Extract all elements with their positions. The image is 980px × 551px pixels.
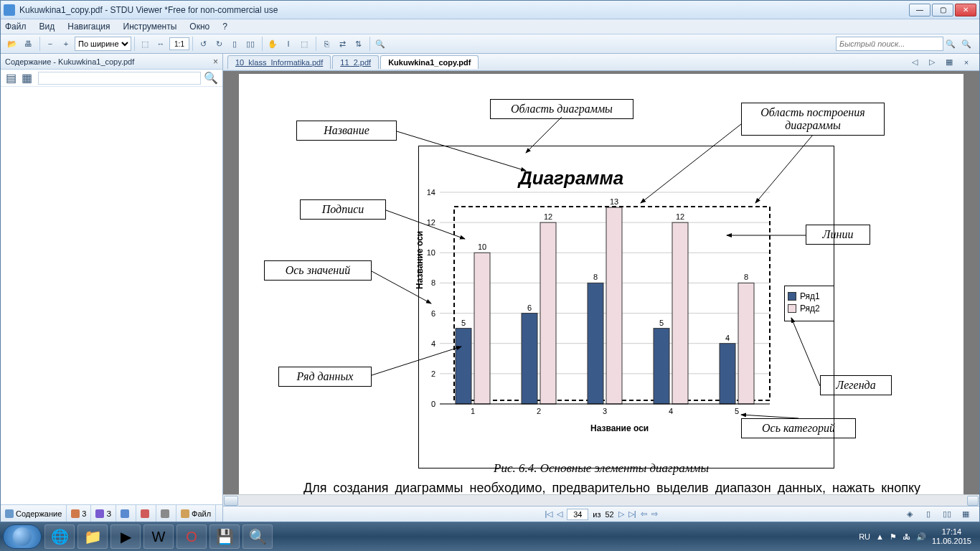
svg-text:2: 2 [537,407,541,415]
taskbar-save-icon[interactable]: 💾 [209,524,240,549]
prev-page-icon[interactable]: ◁ [557,509,562,519]
two-page-icon[interactable]: ▯▯ [243,37,258,51]
taskbar-stdu-icon[interactable]: 🔍 [242,524,273,549]
status-view-icon[interactable]: ◈ [903,507,917,522]
sidebar-title: Содержание - Kukuwkina1_copy.pdf [5,57,134,66]
tab-doc3[interactable]: Kukuwkina1_copy.pdf [380,55,479,69]
sidebar-tab-contents[interactable]: Содержание [1,505,67,522]
taskbar-word-icon[interactable]: W [143,524,174,549]
status-single-icon[interactable]: ▯ [921,507,936,522]
callout-title: Название [296,121,397,141]
menu-help[interactable]: ? [222,22,227,32]
taskbar-ie-icon[interactable]: 🌐 [44,524,75,549]
search-input[interactable] [836,37,943,51]
h-scrollbar[interactable] [223,494,979,506]
zoom-in-icon[interactable]: + [59,37,73,51]
svg-text:0: 0 [431,400,435,408]
zoom-out-icon[interactable]: − [43,37,57,51]
next-page-icon[interactable]: ▷ [618,509,624,519]
mirror-h-icon[interactable]: ⇄ [335,37,349,51]
history-back-icon[interactable]: ⇦ [641,509,647,519]
svg-text:6: 6 [431,309,435,318]
status-cont-icon[interactable]: ▯▯ [940,507,954,522]
page-ratio-input[interactable] [169,37,189,50]
mirror-v-icon[interactable]: ⇅ [351,37,365,51]
menu-file[interactable]: Файл [5,22,27,32]
fit-width-icon[interactable]: ↔ [154,37,168,51]
rotate-cw-icon[interactable]: ↻ [212,37,226,51]
svg-text:4: 4 [725,334,730,342]
menu-window[interactable]: Окно [189,22,209,32]
menu-tools[interactable]: Инструменты [123,22,177,32]
app-icon [4,4,15,16]
menu-view[interactable]: Вид [39,22,55,32]
fit-page-icon[interactable]: ⬚ [138,37,152,51]
tray-volume-icon[interactable]: 🔊 [916,532,926,542]
tabs-close-icon[interactable]: × [959,55,974,70]
page-input[interactable] [567,509,588,520]
svg-text:8: 8 [593,273,598,281]
taskbar-explorer-icon[interactable]: 📁 [77,524,108,549]
sidebar-close-icon[interactable]: × [213,57,218,67]
svg-rect-32 [654,329,669,404]
sidebar-find-icon[interactable]: 🔍 [204,71,218,85]
taskbar-media-icon[interactable]: ▶ [110,524,141,549]
chart-title: Диаграмма [519,167,623,189]
first-page-icon[interactable]: |◁ [545,509,552,519]
status-grid-icon[interactable]: ▦ [958,507,973,522]
tabs-prev-icon[interactable]: ◁ [908,55,922,70]
snapshot-icon[interactable]: ⬚ [297,37,311,51]
minimize-button[interactable]: — [909,4,930,17]
sidebar-tab-thumbnails[interactable]: 3 [67,505,91,522]
taskbar-opera-icon[interactable]: O [176,524,207,549]
taskbar: 🌐 📁 ▶ W O 💾 🔍 RU ▲ ⚑ 🖧 🔊 17:1411.06.2015 [0,522,980,551]
tray-clock[interactable]: 17:1411.06.2015 [932,527,971,546]
svg-rect-19 [474,253,490,404]
callout-area: Область диаграммы [490,99,633,119]
select-text-icon[interactable]: I [281,37,296,51]
tab-doc2[interactable]: 11_2.pdf [332,55,379,69]
window-title: Kukuwkina1_copy.pdf - STDU Viewer *Free … [19,5,908,15]
sidebar-tab-annot[interactable] [136,505,156,522]
hand-icon[interactable]: ✋ [265,37,280,51]
svg-rect-27 [588,283,603,404]
last-page-icon[interactable]: ▷| [628,509,636,519]
sidebar-tab-file[interactable]: Файл [176,505,216,522]
rotate-ccw-icon[interactable]: ↺ [196,37,210,51]
tray-flag-icon[interactable]: ⚑ [890,532,897,542]
history-fwd-icon[interactable]: ⇨ [651,509,658,519]
file-icon [181,509,189,518]
sidebar-expand-icon[interactable]: ▤ [4,71,18,85]
tab-doc1[interactable]: 10_klass_Informatika.pdf [227,55,331,69]
bookmark-icon [95,509,104,518]
sidebar-search-input[interactable] [38,72,201,85]
maximize-button[interactable]: ▢ [932,4,953,17]
menubar: Файл Вид Навигация Инструменты Окно ? [1,19,979,34]
zoom-select[interactable]: По ширине [75,37,131,51]
tabs-next-icon[interactable]: ▷ [925,55,939,70]
search-icon[interactable]: 🔍 [373,37,387,51]
sidebar-collapse-icon[interactable]: ▦ [19,71,34,85]
close-button[interactable]: ✕ [955,4,976,17]
print-icon[interactable]: 🖶 [21,37,35,51]
single-page-icon[interactable]: ▯ [227,37,242,51]
svg-rect-29 [606,207,622,404]
search-next-icon[interactable]: 🔍 [959,37,974,51]
sidebar-tab-search[interactable] [116,505,136,522]
tray-up-icon[interactable]: ▲ [876,532,884,541]
search-prev-icon[interactable]: 🔍 [943,37,958,51]
tabs-list-icon[interactable]: ▦ [942,55,956,70]
open-icon[interactable]: 📂 [5,37,19,51]
sidebar-body [1,87,222,504]
tray-lang[interactable]: RU [859,532,870,541]
document-viewport[interactable]: Название Область диаграммы Область постр… [223,71,979,494]
sidebar-tab-pages[interactable] [156,505,176,522]
sidebar-tab-bookmarks[interactable]: З [91,505,116,522]
copy-icon[interactable]: ⎘ [319,37,334,51]
menu-navigation[interactable]: Навигация [67,22,110,32]
resize-grip-icon[interactable] [967,496,979,506]
start-button[interactable] [3,524,42,549]
windows-orb-icon [13,527,32,546]
tray-network-icon[interactable]: 🖧 [903,532,910,541]
svg-rect-37 [720,344,735,404]
